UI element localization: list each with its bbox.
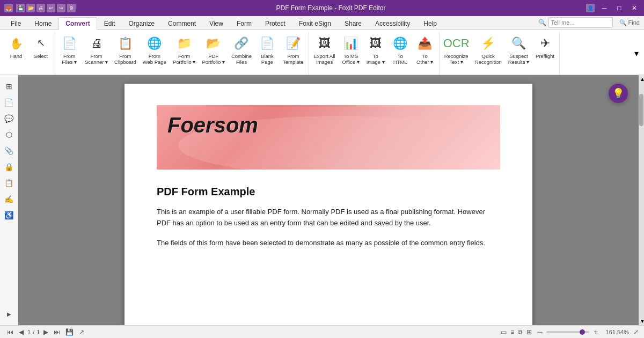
save-status-icon[interactable]: 💾 xyxy=(64,328,75,336)
ribbon-expand[interactable]: ▾ xyxy=(634,32,642,75)
zoom-in-button[interactable]: + xyxy=(594,328,598,336)
to-ms-office-icon: 📊 xyxy=(342,35,360,52)
sidebar-nav-icon[interactable]: ⊞ xyxy=(2,79,16,93)
scroll-down-button[interactable]: ▼ xyxy=(639,317,644,325)
from-webpage-label: FromWeb Page xyxy=(143,53,166,65)
continuous-view-icon[interactable]: ≡ xyxy=(509,328,515,336)
tab-edit[interactable]: Edit xyxy=(98,18,122,30)
sidebar-comments-icon[interactable]: 💬 xyxy=(2,112,16,126)
blank-page-icon: 📄 xyxy=(259,35,276,52)
save-icon[interactable]: 💾 xyxy=(16,4,25,12)
ribbon-group-from: 📄 FromFiles ▾ 🖨 FromScanner ▾ 📋 FromClip… xyxy=(55,32,309,75)
recognize-text-button[interactable]: OCR RecognizeText ▾ xyxy=(442,33,471,67)
from-template-icon: 📝 xyxy=(284,35,302,52)
combine-files-button[interactable]: 🔗 CombineFiles xyxy=(229,33,254,67)
fullscreen-button[interactable]: ⤢ xyxy=(633,328,639,336)
tab-help[interactable]: Help xyxy=(417,18,443,30)
ribbon-group-tools: ✋ Hand ↖ Select xyxy=(2,32,55,75)
share-status-icon[interactable]: ↗ xyxy=(77,328,86,336)
tab-organize[interactable]: Organize xyxy=(122,18,161,30)
tab-accessibility[interactable]: Accessibility xyxy=(369,18,416,30)
from-clipboard-button[interactable]: 📋 FromClipboard xyxy=(112,33,139,67)
to-ms-office-button[interactable]: 📊 To MSOffice ▾ xyxy=(339,33,363,67)
from-webpage-icon: 🌐 xyxy=(146,35,163,52)
page-total: 1 xyxy=(36,329,40,335)
select-label: Select xyxy=(34,53,48,59)
user-icon[interactable]: 👤 xyxy=(586,4,595,12)
to-other-button[interactable]: 📤 ToOther ▾ xyxy=(413,33,437,67)
sidebar-pages-icon[interactable]: 📄 xyxy=(2,95,16,109)
to-html-icon: 🌐 xyxy=(392,35,409,52)
status-bar: ⏮ ◀ 1 / 1 ▶ ⏭ 💾 ↗ ▭ ≡ ⧉ ⊞ ─ + 161.54% ⤢ xyxy=(0,325,644,338)
preflight-button[interactable]: ✈ Preflight xyxy=(533,33,557,61)
export-images-button[interactable]: 🖼 Export AllImages xyxy=(311,33,338,67)
scroll-up-button[interactable]: ▲ xyxy=(639,75,644,83)
pdf-paragraph-2: The fields of this form have been select… xyxy=(157,238,500,249)
suspect-results-button[interactable]: 🔍 SuspectResults ▾ xyxy=(506,33,532,67)
quick-recognition-icon: ⚡ xyxy=(480,35,497,52)
thumbnail-view-icon[interactable]: ⊞ xyxy=(525,328,533,336)
tab-home[interactable]: Home xyxy=(28,18,58,30)
minimize-button[interactable]: ─ xyxy=(599,3,610,13)
last-page-button[interactable]: ⏭ xyxy=(52,328,62,336)
from-scanner-button[interactable]: 🖨 FromScanner ▾ xyxy=(82,33,111,67)
sidebar-security-icon[interactable]: 🔒 xyxy=(2,160,16,174)
app-logo-icon[interactable]: 🦊 xyxy=(4,4,13,12)
tab-convert[interactable]: Convert xyxy=(58,17,97,30)
prev-page-button[interactable]: ◀ xyxy=(17,328,25,336)
next-page-button[interactable]: ▶ xyxy=(42,328,50,336)
from-scanner-icon: 🖨 xyxy=(88,35,105,52)
maximize-button[interactable]: □ xyxy=(614,3,625,13)
sidebar-signatures-icon[interactable]: ✍ xyxy=(2,192,16,206)
sidebar-collapse-icon[interactable]: ▶ xyxy=(2,307,16,321)
from-files-button[interactable]: 📄 FromFiles ▾ xyxy=(57,33,81,67)
close-button[interactable]: ✕ xyxy=(629,3,640,13)
to-other-icon: 📤 xyxy=(416,35,434,52)
to-html-button[interactable]: 🌐 ToHTML xyxy=(389,33,412,67)
title-bar-left: 🦊 💾 📂 🖨 ↩ ↪ ⚙ xyxy=(4,4,76,12)
from-template-button[interactable]: 📝 FromTemplate xyxy=(280,33,306,67)
title-bar: 🦊 💾 📂 🖨 ↩ ↪ ⚙ PDF Form Example - Foxit P… xyxy=(0,0,644,16)
first-page-button[interactable]: ⏮ xyxy=(5,328,15,336)
customize-icon[interactable]: ⚙ xyxy=(67,4,76,12)
vertical-scrollbar[interactable]: ▲ ▼ xyxy=(639,75,644,325)
redo-icon[interactable]: ↪ xyxy=(57,4,65,12)
ai-assistant-button[interactable]: 💡 xyxy=(609,84,628,103)
pdf-portfolio-button[interactable]: 📂 PDFPortfolio ▾ xyxy=(199,33,228,67)
banner-title: Foersom xyxy=(167,113,258,137)
undo-icon[interactable]: ↩ xyxy=(47,4,55,12)
sidebar-left: ⊞ 📄 💬 ⬡ 📎 🔒 📋 ✍ ♿ ▶ xyxy=(0,75,18,325)
export-images-label: Export AllImages xyxy=(314,53,335,65)
two-page-view-icon[interactable]: ⧉ xyxy=(517,328,524,336)
tab-file[interactable]: File xyxy=(4,18,27,30)
tab-form[interactable]: Form xyxy=(230,18,258,30)
zoom-slider[interactable] xyxy=(546,331,589,333)
select-icon: ↖ xyxy=(32,35,49,52)
hand-button[interactable]: ✋ Hand xyxy=(4,33,28,61)
open-icon[interactable]: 📂 xyxy=(26,4,35,12)
print-icon[interactable]: 🖨 xyxy=(36,4,45,12)
hand-label: Hand xyxy=(10,53,23,59)
tab-share[interactable]: Share xyxy=(338,18,368,30)
zoom-out-button[interactable]: ─ xyxy=(537,328,542,336)
tab-view[interactable]: View xyxy=(203,18,230,30)
quick-recognition-button[interactable]: ⚡ QuickRecognition xyxy=(472,33,504,67)
sidebar-accessibility-icon[interactable]: ♿ xyxy=(2,208,16,222)
sidebar-attachments-icon[interactable]: 📎 xyxy=(2,144,16,158)
single-page-view-icon[interactable]: ▭ xyxy=(500,328,508,336)
view-mode-icons: ▭ ≡ ⧉ ⊞ xyxy=(500,328,533,336)
from-webpage-button[interactable]: 🌐 FromWeb Page xyxy=(140,33,169,67)
sidebar-layers-icon[interactable]: ⬡ xyxy=(2,128,16,142)
select-button[interactable]: ↖ Select xyxy=(29,33,53,61)
scroll-thumb[interactable] xyxy=(639,94,643,126)
blank-page-button[interactable]: 📄 BlankPage xyxy=(255,33,279,67)
form-portfolio-button[interactable]: 📁 FormPortfolio ▾ xyxy=(170,33,199,67)
zoom-thumb[interactable] xyxy=(580,329,585,335)
tab-foxit-esign[interactable]: Foxit eSign xyxy=(292,18,338,30)
combine-files-label: CombineFiles xyxy=(231,53,252,65)
tab-comment[interactable]: Comment xyxy=(162,18,202,30)
to-image-button[interactable]: 🖼 ToImage ▾ xyxy=(364,33,387,67)
tab-protect[interactable]: Protect xyxy=(259,18,292,30)
sidebar-docprops-icon[interactable]: 📋 xyxy=(2,176,16,190)
search-input[interactable] xyxy=(548,17,613,28)
